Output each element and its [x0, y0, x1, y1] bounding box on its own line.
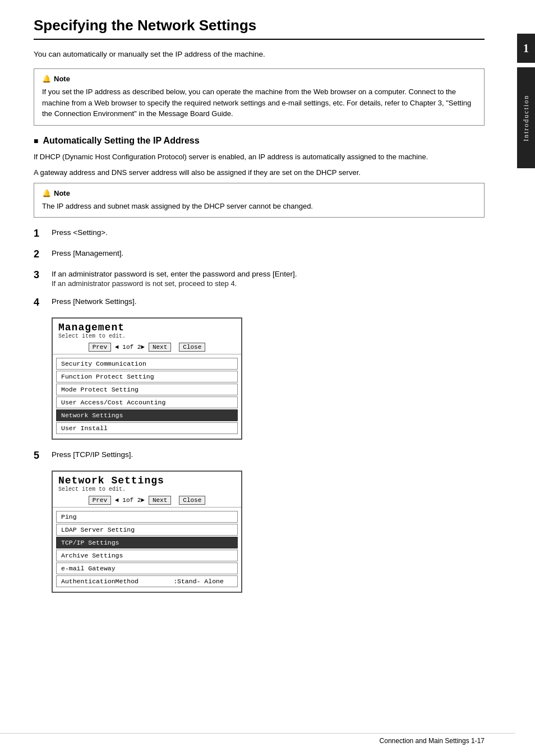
- screen2-item-0[interactable]: Ping: [56, 511, 238, 523]
- step-text-3: If an administrator password is set, ent…: [52, 270, 297, 278]
- screen1-item-0[interactable]: Security Communication: [56, 358, 238, 370]
- note-icon-2: 🔔: [42, 189, 51, 197]
- step-text-5: Press [TCP/IP Settings].: [52, 450, 133, 459]
- note-box-2: 🔔 Note The IP address and subnet mask as…: [34, 183, 485, 218]
- step-number-4: 4: [34, 297, 46, 308]
- screen1-next-btn[interactable]: Next: [149, 343, 171, 352]
- screen2-nav: Prev ◄ 1of 2► Next Close: [53, 494, 241, 508]
- note-label-1: Note: [54, 75, 70, 83]
- step-2: 2 Press [Management].: [34, 248, 485, 260]
- note-icon-1: 🔔: [42, 75, 51, 83]
- screen1-subtitle: Select item to edit.: [58, 333, 236, 339]
- page-footer: Connection and Main Settings 1-17: [0, 733, 515, 745]
- screen1-item-3[interactable]: User Access/Cost Accounting: [56, 397, 238, 408]
- screen2-title: Network Settings: [58, 475, 236, 486]
- screen2-item-1[interactable]: LDAP Server Setting: [56, 524, 238, 536]
- chapter-label: Introduction: [522, 94, 531, 141]
- note-header-1: 🔔 Note: [42, 75, 476, 83]
- screen2-item-2[interactable]: TCP/IP Settings: [56, 537, 238, 548]
- screen1-prev-btn[interactable]: Prev: [89, 343, 111, 352]
- screen2-item-5[interactable]: AuthenticationMethod :Stand- Alone: [56, 575, 238, 587]
- step-number-1: 1: [34, 228, 46, 239]
- page-title: Specifying the Network Settings: [34, 17, 485, 40]
- screen2-next-btn[interactable]: Next: [149, 496, 171, 505]
- management-screen: Management Select item to edit. Prev ◄ 1…: [52, 317, 242, 440]
- network-settings-screen: Network Settings Select item to edit. Pr…: [52, 471, 242, 593]
- step-text-1: Press <Setting>.: [52, 228, 108, 237]
- screen2-subtitle: Select item to edit.: [58, 486, 236, 492]
- step-number-2: 2: [34, 248, 46, 260]
- step-3: 3 If an administrator password is set, e…: [34, 269, 485, 288]
- chapter-number: 1: [523, 42, 529, 55]
- step-text-4: Press [Network Settings].: [52, 297, 137, 306]
- screen2-close-btn[interactable]: Close: [179, 496, 205, 505]
- screen1-item-2[interactable]: Mode Protect Setting: [56, 384, 238, 395]
- screen2-menu: Ping LDAP Server Setting TCP/IP Settings…: [53, 508, 241, 592]
- note-text-2: The IP address and subnet mask assigned …: [42, 201, 476, 212]
- step-5: 5 Press [TCP/IP Settings].: [34, 450, 485, 462]
- step-sub-3: If an administrator password is not set,…: [52, 279, 297, 288]
- step-1: 1 Press <Setting>.: [34, 228, 485, 239]
- screen2-page-info: ◄ 1of 2►: [113, 497, 147, 504]
- chapter-label-tab: Introduction: [517, 67, 535, 168]
- intro-text: You can automatically or manually set th…: [34, 50, 485, 58]
- step-number-5: 5: [34, 450, 46, 462]
- screen2-item-4[interactable]: e-mail Gateway: [56, 563, 238, 574]
- chapter-number-tab: 1: [517, 34, 535, 63]
- screen1-nav: Prev ◄ 1of 2► Next Close: [53, 340, 241, 354]
- section-body-1: If DHCP (Dynamic Host Configuration Prot…: [34, 151, 485, 163]
- screen1-titlebar: Management Select item to edit.: [53, 319, 241, 340]
- screen1-item-5[interactable]: User Install: [56, 422, 238, 434]
- screen1-item-1[interactable]: Function Protect Setting: [56, 371, 238, 382]
- step-number-3: 3: [34, 269, 46, 281]
- screen1-page-info: ◄ 1of 2►: [113, 344, 147, 351]
- screen2-item-3[interactable]: Archive Settings: [56, 550, 238, 561]
- note-label-2: Note: [54, 189, 70, 197]
- screen2-prev-btn[interactable]: Prev: [89, 496, 111, 505]
- footer-right-text: Connection and Main Settings 1-17: [380, 737, 485, 745]
- note-header-2: 🔔 Note: [42, 189, 476, 197]
- screen2-titlebar: Network Settings Select item to edit.: [53, 472, 241, 494]
- page-wrapper: 1 Introduction Specifying the Network Se…: [0, 0, 535, 756]
- section-heading-1: Automatically Setting the IP Address: [34, 136, 485, 146]
- screen1-title: Management: [58, 322, 236, 333]
- screen1-close-btn[interactable]: Close: [179, 343, 205, 352]
- step-4: 4 Press [Network Settings].: [34, 297, 485, 308]
- main-content: Specifying the Network Settings You can …: [0, 0, 515, 620]
- section-body-2: A gateway address and DNS server address…: [34, 167, 485, 178]
- step-text-2: Press [Management].: [52, 249, 123, 257]
- screen1-item-4[interactable]: Network Settings: [56, 409, 238, 421]
- screen1-menu: Security Communication Function Protect …: [53, 354, 241, 439]
- note-box-1: 🔔 Note If you set the IP address as desc…: [34, 68, 485, 126]
- note-text-1: If you set the IP address as described b…: [42, 86, 476, 119]
